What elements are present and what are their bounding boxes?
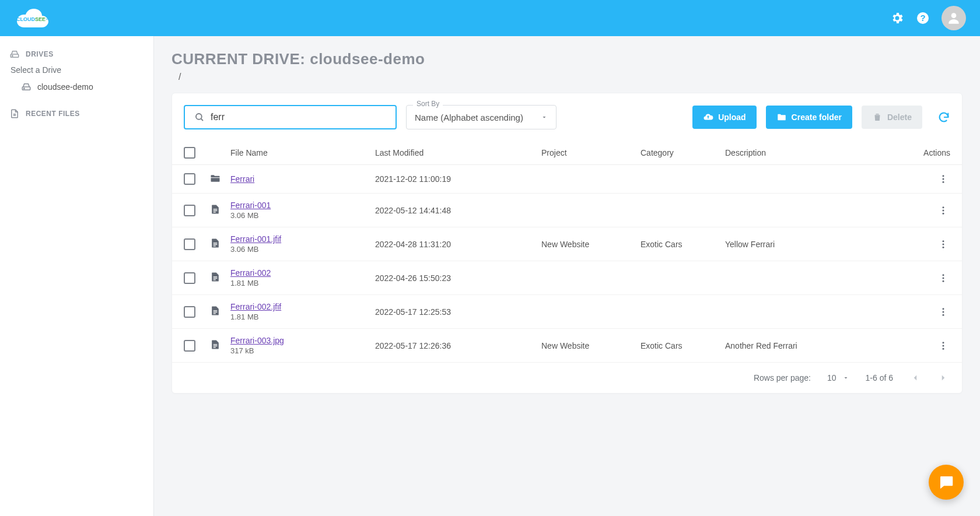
drive-icon: [9, 49, 20, 59]
svg-point-12: [943, 181, 944, 183]
row-actions[interactable]: [936, 203, 950, 217]
search-input[interactable]: [211, 112, 386, 122]
cell-description: Another Red Ferrari: [725, 341, 915, 350]
table-row: Ferrari-003.jpg 317 kB 2022-05-17 12:26:…: [172, 329, 962, 363]
svg-point-17: [943, 209, 944, 211]
chevron-down-icon: [541, 114, 548, 121]
row-checkbox[interactable]: [184, 205, 195, 216]
breadcrumb[interactable]: /: [178, 72, 963, 82]
file-icon: [9, 108, 20, 119]
svg-point-5: [12, 55, 13, 57]
svg-point-8: [196, 114, 202, 120]
toolbar: Sort By Name (Alphabet ascending) Upload…: [172, 93, 962, 141]
file-size: 1.81 MB: [230, 279, 375, 287]
rows-per-page-select[interactable]: 10: [827, 373, 849, 382]
col-description[interactable]: Description: [725, 148, 915, 157]
svg-rect-39: [214, 347, 216, 347]
row-actions[interactable]: [936, 237, 950, 251]
svg-point-41: [943, 345, 944, 346]
sidebar-drive-item[interactable]: cloudsee-demo: [9, 78, 144, 96]
table-row: Ferrari-002.jfif 1.81 MB 2022-05-17 12:2…: [172, 295, 962, 329]
svg-rect-38: [214, 346, 218, 346]
row-checkbox[interactable]: [184, 272, 195, 284]
file-link[interactable]: Ferrari-002.jfif: [230, 302, 375, 311]
rows-per-page-label: Rows per page:: [754, 373, 811, 382]
trash-icon: [872, 112, 883, 122]
row-actions[interactable]: [936, 271, 950, 285]
file-size: 1.81 MB: [230, 313, 375, 321]
row-checkbox[interactable]: [184, 340, 195, 352]
svg-point-28: [943, 274, 944, 276]
file-link[interactable]: Ferrari-001.jfif: [230, 234, 375, 244]
cell-project: New Website: [541, 341, 640, 350]
col-file-name[interactable]: File Name: [230, 148, 375, 157]
svg-point-16: [943, 206, 944, 208]
svg-rect-13: [214, 209, 218, 209]
help-icon[interactable]: ?: [916, 11, 930, 25]
svg-point-34: [943, 308, 944, 310]
table-header: File Name Last Modified Project Category…: [172, 141, 962, 165]
brand-logo[interactable]: CLOUDSEE™: [14, 6, 51, 30]
svg-point-22: [943, 240, 944, 242]
avatar[interactable]: [942, 6, 966, 30]
file-size: 3.06 MB: [230, 211, 375, 220]
row-checkbox[interactable]: [184, 306, 195, 318]
svg-text:CLOUDSEE™: CLOUDSEE™: [16, 16, 49, 22]
svg-rect-21: [214, 245, 216, 246]
table-row: Ferrari 2021-12-02 11:00:19: [172, 165, 962, 194]
svg-rect-25: [214, 276, 218, 277]
cell-modified: 2021-12-02 11:00:19: [375, 174, 541, 184]
row-checkbox[interactable]: [184, 238, 195, 250]
next-page[interactable]: [937, 372, 949, 384]
svg-rect-37: [214, 344, 218, 345]
svg-point-18: [943, 212, 944, 214]
svg-point-42: [943, 347, 944, 349]
chat-icon: [937, 473, 955, 491]
file-icon: [209, 237, 230, 251]
table-row: Ferrari-002 1.81 MB 2022-04-26 15:50:23: [172, 261, 962, 295]
sidebar-recent-heading[interactable]: RECENT FILES: [9, 108, 144, 119]
row-actions[interactable]: [936, 172, 950, 186]
chat-fab[interactable]: [929, 465, 964, 500]
svg-rect-19: [214, 243, 218, 243]
svg-point-10: [943, 175, 944, 177]
create-folder-button[interactable]: Create folder: [766, 106, 852, 129]
file-icon: [209, 305, 230, 318]
col-last-modified[interactable]: Last Modified: [375, 148, 541, 157]
refresh-button[interactable]: [937, 111, 950, 124]
drive-icon: [21, 82, 32, 92]
svg-point-3: [951, 13, 957, 18]
table-row: Ferrari-001.jfif 3.06 MB 2022-04-28 11:3…: [172, 227, 962, 261]
cell-category: Exotic Cars: [640, 240, 725, 249]
row-checkbox[interactable]: [184, 173, 195, 185]
row-actions[interactable]: [936, 305, 950, 319]
col-project[interactable]: Project: [541, 148, 640, 157]
file-link[interactable]: Ferrari-001: [230, 201, 375, 210]
file-link[interactable]: Ferrari-003.jpg: [230, 336, 375, 345]
file-icon: [209, 339, 230, 352]
select-all-checkbox[interactable]: [184, 147, 195, 159]
svg-rect-31: [214, 310, 218, 311]
cell-modified: 2022-05-12 14:41:48: [375, 206, 541, 215]
upload-button[interactable]: Upload: [692, 106, 756, 129]
row-actions[interactable]: [936, 339, 950, 353]
upload-icon: [703, 112, 713, 122]
topbar: CLOUDSEE™ ?: [0, 0, 980, 36]
file-panel: Sort By Name (Alphabet ascending) Upload…: [172, 93, 963, 394]
svg-point-40: [943, 342, 944, 343]
prev-page[interactable]: [909, 372, 921, 384]
search-icon: [194, 112, 205, 122]
file-link[interactable]: Ferrari-002: [230, 268, 375, 278]
svg-rect-15: [214, 212, 216, 212]
folder-icon: [209, 173, 230, 186]
gear-icon[interactable]: [890, 11, 904, 25]
svg-point-24: [943, 246, 944, 248]
cell-modified: 2022-05-17 12:25:53: [375, 307, 541, 317]
col-category[interactable]: Category: [640, 148, 725, 157]
file-link[interactable]: Ferrari: [230, 174, 375, 184]
search-box[interactable]: [184, 105, 397, 129]
svg-point-35: [943, 311, 944, 313]
sort-select[interactable]: Name (Alphabet ascending): [406, 105, 556, 129]
sort-label: Sort By: [413, 100, 443, 108]
file-size: 317 kB: [230, 346, 375, 355]
